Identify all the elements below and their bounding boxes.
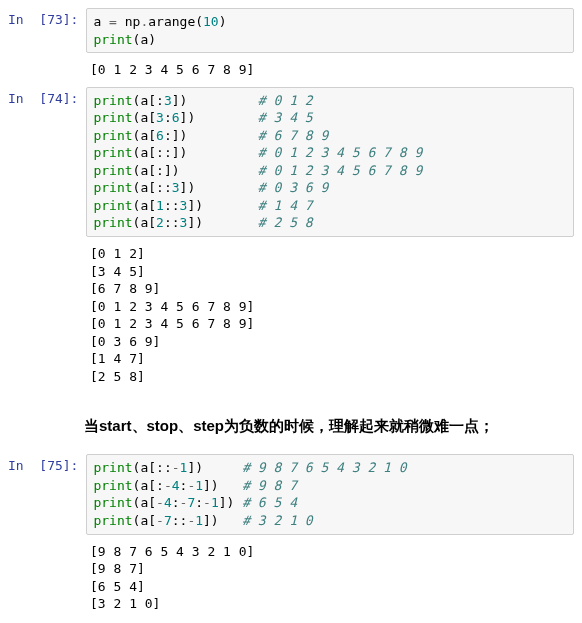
code-input[interactable]: print(a[::-1]) # 9 8 7 6 5 4 3 2 1 0 pri…	[86, 454, 574, 534]
code-input[interactable]: print(a[:3]) # 0 1 2 print(a[3:6]) # 3 4…	[86, 87, 574, 237]
output-text: [9 8 7 6 5 4 3 2 1 0] [9 8 7] [6 5 4] [3…	[84, 539, 574, 617]
input-prompt: In [75]:	[8, 454, 86, 534]
code-line: print(a[:3]) # 0 1 2	[93, 93, 312, 108]
code-line: a = np.arange(10)	[93, 14, 226, 29]
output-prompt	[8, 539, 84, 617]
output-text: [0 1 2 3 4 5 6 7 8 9]	[84, 57, 574, 83]
code-line: print(a[::]) # 0 1 2 3 4 5 6 7 8 9	[93, 145, 422, 160]
code-line: print(a[1::3]) # 1 4 7	[93, 198, 312, 213]
output-prompt	[8, 241, 84, 389]
section-heading: 当start、stop、step为负数的时候，理解起来就稍微难一点；	[84, 417, 574, 436]
input-prompt: In [74]:	[8, 87, 86, 237]
input-prompt: In [73]:	[8, 8, 86, 53]
code-line: print(a[::-1]) # 9 8 7 6 5 4 3 2 1 0	[93, 460, 406, 475]
output-cell: [0 1 2 3 4 5 6 7 8 9]	[8, 57, 574, 83]
output-text: [0 1 2] [3 4 5] [6 7 8 9] [0 1 2 3 4 5 6…	[84, 241, 574, 389]
notebook-root: In [73]:a = np.arange(10) print(a)[0 1 2…	[8, 8, 574, 617]
code-line: print(a[3:6]) # 3 4 5	[93, 110, 312, 125]
input-cell: In [74]:print(a[:3]) # 0 1 2 print(a[3:6…	[8, 87, 574, 237]
output-prompt	[8, 57, 84, 83]
code-line: print(a[2::3]) # 2 5 8	[93, 215, 312, 230]
code-line: print(a[-7::-1]) # 3 2 1 0	[93, 513, 312, 528]
code-line: print(a[:]) # 0 1 2 3 4 5 6 7 8 9	[93, 163, 422, 178]
code-line: print(a[-4:-7:-1]) # 6 5 4	[93, 495, 297, 510]
code-line: print(a[6:]) # 6 7 8 9	[93, 128, 328, 143]
input-cell: In [73]:a = np.arange(10) print(a)	[8, 8, 574, 53]
code-line: print(a[:-4:-1]) # 9 8 7	[93, 478, 297, 493]
code-line: print(a[::3]) # 0 3 6 9	[93, 180, 328, 195]
code-line: print(a)	[93, 32, 156, 47]
output-cell: [9 8 7 6 5 4 3 2 1 0] [9 8 7] [6 5 4] [3…	[8, 539, 574, 617]
code-input[interactable]: a = np.arange(10) print(a)	[86, 8, 574, 53]
output-cell: [0 1 2] [3 4 5] [6 7 8 9] [0 1 2 3 4 5 6…	[8, 241, 574, 389]
input-cell: In [75]:print(a[::-1]) # 9 8 7 6 5 4 3 2…	[8, 454, 574, 534]
